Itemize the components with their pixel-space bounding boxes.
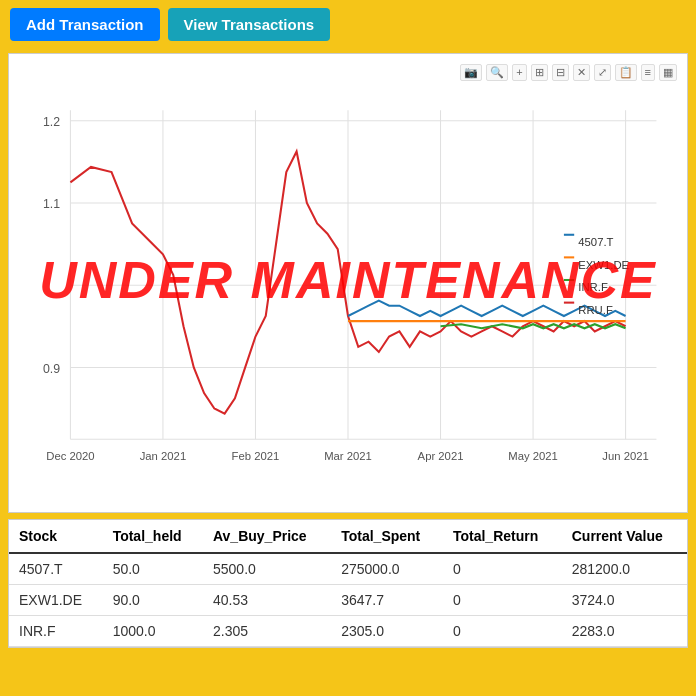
view-transactions-button[interactable]: View Transactions xyxy=(168,8,331,41)
toolbar-chart-icon[interactable]: ▦ xyxy=(659,64,677,81)
svg-text:Feb 2021: Feb 2021 xyxy=(232,450,280,462)
col-current-value: Current Value xyxy=(562,520,687,553)
cell-total_held: 90.0 xyxy=(103,585,203,616)
cell-stock: EXW1.DE xyxy=(9,585,103,616)
svg-rect-26 xyxy=(564,279,574,281)
table-row: INR.F1000.02.3052305.002283.0 xyxy=(9,616,687,647)
svg-text:May 2021: May 2021 xyxy=(508,450,558,462)
toolbar-camera-icon[interactable]: 📷 xyxy=(460,64,482,81)
svg-text:Jan 2021: Jan 2021 xyxy=(140,450,186,462)
cell-total_spent: 2305.0 xyxy=(331,616,443,647)
chart-svg: 1.2 1.1 0.9 Dec 2020 Jan 2021 Feb 2021 M… xyxy=(19,85,677,475)
svg-text:4507.T: 4507.T xyxy=(578,236,613,248)
toolbar-grid1-icon[interactable]: ⊞ xyxy=(531,64,548,81)
cell-current_value: 3724.0 xyxy=(562,585,687,616)
cell-total_spent: 3647.7 xyxy=(331,585,443,616)
toolbar-expand-icon[interactable]: ⤢ xyxy=(594,64,611,81)
cell-total_spent: 275000.0 xyxy=(331,553,443,585)
add-transaction-button[interactable]: Add Transaction xyxy=(10,8,160,41)
toolbar-copy-icon[interactable]: 📋 xyxy=(615,64,637,81)
svg-rect-28 xyxy=(564,302,574,304)
svg-text:Jun 2021: Jun 2021 xyxy=(602,450,648,462)
table-header-row: Stock Total_held Av_Buy_Price Total_Spen… xyxy=(9,520,687,553)
chart-area: 1.2 1.1 0.9 Dec 2020 Jan 2021 Feb 2021 M… xyxy=(19,85,677,475)
cell-av_buy_price: 2.305 xyxy=(203,616,331,647)
svg-text:RRU.F: RRU.F xyxy=(578,304,613,316)
cell-stock: 4507.T xyxy=(9,553,103,585)
cell-total_return: 0 xyxy=(443,616,562,647)
chart-toolbar: 📷 🔍 + ⊞ ⊟ ✕ ⤢ 📋 ≡ ▦ xyxy=(19,64,677,81)
col-stock: Stock xyxy=(9,520,103,553)
cell-current_value: 2283.0 xyxy=(562,616,687,647)
toolbar-menu-icon[interactable]: ≡ xyxy=(641,64,655,81)
data-table: Stock Total_held Av_Buy_Price Total_Spen… xyxy=(8,519,688,648)
svg-text:INR.F: INR.F xyxy=(578,281,608,293)
svg-text:Mar 2021: Mar 2021 xyxy=(324,450,372,462)
toolbar-plus-icon[interactable]: + xyxy=(512,64,526,81)
cell-total_held: 1000.0 xyxy=(103,616,203,647)
svg-text:Apr 2021: Apr 2021 xyxy=(418,450,464,462)
svg-text:Dec 2020: Dec 2020 xyxy=(46,450,94,462)
chart-container: 📷 🔍 + ⊞ ⊟ ✕ ⤢ 📋 ≡ ▦ 1.2 1.1 xyxy=(8,53,688,513)
col-total-held: Total_held xyxy=(103,520,203,553)
cell-av_buy_price: 5500.0 xyxy=(203,553,331,585)
svg-rect-24 xyxy=(564,256,574,258)
header: Add Transaction View Transactions xyxy=(0,0,696,49)
cell-total_return: 0 xyxy=(443,585,562,616)
col-total-spent: Total_Spent xyxy=(331,520,443,553)
svg-text:1.2: 1.2 xyxy=(43,115,60,129)
cell-current_value: 281200.0 xyxy=(562,553,687,585)
cell-stock: INR.F xyxy=(9,616,103,647)
svg-rect-22 xyxy=(564,234,574,236)
col-av-buy-price: Av_Buy_Price xyxy=(203,520,331,553)
cell-total_return: 0 xyxy=(443,553,562,585)
svg-text:1.1: 1.1 xyxy=(43,197,60,211)
svg-text:0.9: 0.9 xyxy=(43,362,60,376)
toolbar-close-icon[interactable]: ✕ xyxy=(573,64,590,81)
toolbar-zoom-icon[interactable]: 🔍 xyxy=(486,64,508,81)
toolbar-grid2-icon[interactable]: ⊟ xyxy=(552,64,569,81)
table-row: 4507.T50.05500.0275000.00281200.0 xyxy=(9,553,687,585)
svg-text:EXW1.DE: EXW1.DE xyxy=(578,259,629,271)
cell-total_held: 50.0 xyxy=(103,553,203,585)
table-row: EXW1.DE90.040.533647.703724.0 xyxy=(9,585,687,616)
cell-av_buy_price: 40.53 xyxy=(203,585,331,616)
col-total-return: Total_Return xyxy=(443,520,562,553)
